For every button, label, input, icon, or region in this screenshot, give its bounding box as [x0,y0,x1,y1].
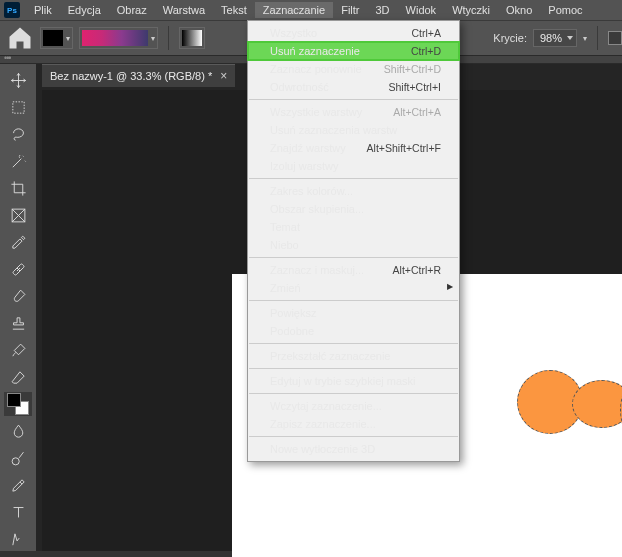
tool-wand[interactable] [4,149,32,173]
opacity-label: Krycie: [493,32,527,44]
menu-item-usu-zaznaczenie[interactable]: Usuń zaznaczenieCtrl+D [248,42,459,60]
foreground-swatch[interactable]: ▾ [40,27,73,49]
menu-item-usu-zaznaczenia-warstw: Usuń zaznaczenia warstw [248,121,459,139]
menu-item-zmie-[interactable]: Zmień [248,279,459,297]
close-icon[interactable]: × [220,69,227,83]
app-logo: Ps [4,2,20,18]
menu-okno[interactable]: Okno [498,2,540,18]
menu-item-izoluj-warstwy: Izoluj warstwy [248,157,459,175]
menu-item-niebo[interactable]: Niebo [248,236,459,254]
menu-item-nowe-wyt-oczenie-3d: Nowe wytłoczenie 3D [248,440,459,458]
tool-eyedrop[interactable] [4,230,32,254]
tool-gradient[interactable] [4,392,32,416]
menu-item-zaznacz-i-maskuj-[interactable]: Zaznacz i maskuj...Alt+Ctrl+R [248,261,459,279]
document-tab[interactable]: Bez nazwy-1 @ 33.3% (RGB/8) * × [42,64,235,87]
tool-eraser[interactable] [4,365,32,389]
menu-item-powi-ksz[interactable]: Powiększ [248,304,459,322]
menubar: Ps PlikEdycjaObrazWarstwaTekstZaznaczani… [0,0,622,20]
home-icon[interactable] [6,24,34,52]
svg-point-3 [12,457,19,464]
menu-item-zaznacz-ponownie: Zaznacz ponownieShift+Ctrl+D [248,60,459,78]
menu-wtyczki[interactable]: Wtyczki [444,2,498,18]
gradient-type[interactable] [179,27,205,49]
tool-heal[interactable] [4,257,32,281]
tab-title: Bez nazwy-1 @ 33.3% (RGB/8) * [50,70,212,82]
menu-item-wszystko[interactable]: WszystkoCtrl+A [248,24,459,42]
menu-item-zakres-kolor-w-[interactable]: Zakres kolorów... [248,182,459,200]
menu-edycja[interactable]: Edycja [60,2,109,18]
menu-warstwa[interactable]: Warstwa [155,2,213,18]
option-checkbox[interactable] [608,31,622,45]
tool-lasso[interactable] [4,122,32,146]
tool-path[interactable] [4,527,32,551]
opacity-value[interactable]: 98% [533,29,577,47]
toolbar [0,64,36,551]
tool-move[interactable] [4,68,32,92]
menu-tekst[interactable]: Tekst [213,2,255,18]
menu-widok[interactable]: Widok [398,2,445,18]
menu-item-wszystkie-warstwy: Wszystkie warstwyAlt+Ctrl+A [248,103,459,121]
menu-obraz[interactable]: Obraz [109,2,155,18]
tool-dodge[interactable] [4,446,32,470]
menu-plik[interactable]: Plik [26,2,60,18]
tool-frame[interactable] [4,203,32,227]
svg-rect-0 [12,101,23,112]
menu-item-edytuj-w-trybie-szybkiej-maski[interactable]: Edytuj w trybie szybkiej maski [248,372,459,390]
tool-blur[interactable] [4,419,32,443]
menu-zaznaczanie[interactable]: Zaznaczanie [255,2,333,18]
tool-history[interactable] [4,338,32,362]
menu-item-odwrotno-[interactable]: OdwrotnośćShift+Ctrl+I [248,78,459,96]
tool-stamp[interactable] [4,311,32,335]
selection-blob [572,380,622,428]
tool-marquee[interactable] [4,95,32,119]
menu-pomoc[interactable]: Pomoc [540,2,590,18]
menu-item-znajd-warstwy[interactable]: Znajdź warstwyAlt+Shift+Ctrl+F [248,139,459,157]
menu-item-obszar-skupienia-[interactable]: Obszar skupienia... [248,200,459,218]
tool-brush[interactable] [4,284,32,308]
tool-type[interactable] [4,500,32,524]
tool-crop[interactable] [4,176,32,200]
menu-item-przekszta-zaznaczenie[interactable]: Przekształć zaznaczenie [248,347,459,365]
gradient-picker[interactable]: ▾ [79,27,158,49]
menu-item-zapisz-zaznaczenie-[interactable]: Zapisz zaznaczenie... [248,415,459,433]
select-menu-dropdown: WszystkoCtrl+AUsuń zaznaczenieCtrl+DZazn… [247,20,460,462]
tool-pen[interactable] [4,473,32,497]
menu-item-wczytaj-zaznaczenie-: Wczytaj zaznaczenie... [248,397,459,415]
menu-item-temat[interactable]: Temat [248,218,459,236]
opacity-chevron[interactable]: ▾ [583,34,587,43]
menu-filtr[interactable]: Filtr [333,2,367,18]
menu-3d[interactable]: 3D [368,2,398,18]
menu-item-podobne[interactable]: Podobne [248,322,459,340]
